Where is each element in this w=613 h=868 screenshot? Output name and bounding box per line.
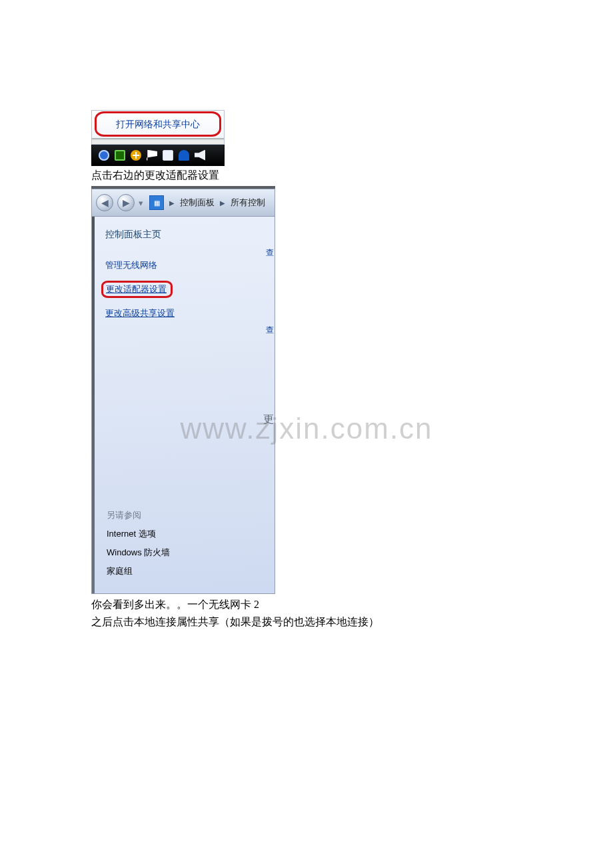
person-icon[interactable] — [179, 150, 189, 161]
control-panel-sidebar: 控制面板主页 管理无线网络 更改适配器设置 更改高级共享设置 另请参阅 Inte… — [91, 217, 275, 594]
sidebar-change-sharing[interactable]: 更改高级共享设置 — [105, 307, 275, 319]
flag-icon[interactable] — [147, 150, 157, 161]
sidebar-manage-wireless[interactable]: 管理无线网络 — [105, 259, 275, 271]
plus-icon[interactable] — [131, 150, 141, 161]
breadcrumb-bar: ◀ ▶ ▾ ▦ ▶ 控制面板 ▶ 所有控制 — [91, 189, 275, 217]
tray-gap — [91, 138, 225, 145]
see-also-windows-firewall[interactable]: Windows 防火墙 — [107, 547, 170, 559]
see-also-homegroup[interactable]: 家庭组 — [107, 565, 170, 577]
instruction-line-2: 你会看到多出来。。一个无线网卡 2 — [91, 598, 573, 611]
see-also-block: 另请参阅 Internet 选项 Windows 防火墙 家庭组 — [107, 509, 170, 584]
breadcrumb-control-panel[interactable]: 控制面板 — [180, 197, 215, 209]
pc-icon[interactable] — [163, 150, 173, 161]
sidebar-change-adapter[interactable]: 更改适配器设置 — [101, 281, 173, 298]
instruction-line-1: 点击右边的更改适配器设置 — [91, 169, 573, 182]
sidebar-left-edge — [92, 217, 95, 593]
edge-fragment-1: 查 — [266, 247, 274, 259]
edge-fragment-3: 更 — [263, 413, 274, 427]
edge-fragment-2: 查 — [266, 325, 274, 336]
nav-back-button[interactable]: ◀ — [96, 194, 113, 211]
control-panel-screenshot: ◀ ▶ ▾ ▦ ▶ 控制面板 ▶ 所有控制 控制面板主页 管理无线网络 更改适配… — [91, 186, 275, 594]
breadcrumb-all[interactable]: 所有控制 — [231, 197, 265, 209]
system-tray — [91, 145, 225, 166]
open-network-center-row: 打开网络和共享中心 — [91, 110, 225, 138]
see-also-title: 另请参阅 — [107, 509, 170, 521]
volume-icon[interactable] — [195, 150, 205, 161]
control-panel-icon: ▦ — [149, 195, 164, 210]
see-also-internet-options[interactable]: Internet 选项 — [107, 528, 170, 540]
chevron-right-icon: ▶ — [169, 199, 175, 207]
shield-icon[interactable] — [115, 150, 125, 161]
globe-icon[interactable] — [99, 150, 109, 161]
nav-history-chevron[interactable]: ▾ — [139, 198, 145, 208]
sidebar-home[interactable]: 控制面板主页 — [105, 229, 275, 241]
nav-forward-button[interactable]: ▶ — [117, 194, 135, 211]
open-network-center-link[interactable]: 打开网络和共享中心 — [116, 119, 200, 131]
chevron-right-icon: ▶ — [220, 199, 225, 207]
tray-screenshot: 打开网络和共享中心 — [91, 110, 225, 166]
instruction-line-3: 之后点击本地连接属性共享（如果是拨号的也选择本地连接） — [91, 615, 573, 629]
